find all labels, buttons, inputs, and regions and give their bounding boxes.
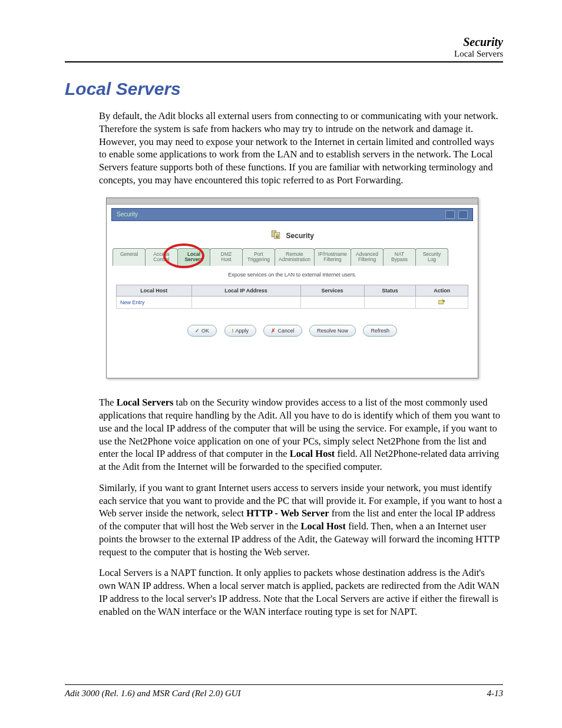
panel-titlebar: Security xyxy=(111,208,473,221)
apply-button-label: Apply xyxy=(236,328,249,334)
svg-rect-2 xyxy=(276,236,279,238)
bold-text: HTTP - Web Server xyxy=(246,508,329,519)
col-local-ip-address: Local IP Address xyxy=(191,285,300,297)
col-local-host: Local Host xyxy=(117,285,192,297)
paragraph-2: The Local Servers tab on the Security wi… xyxy=(99,396,503,473)
resolve-now-button[interactable]: Resolve Now xyxy=(309,325,356,337)
button-row: ✓OK !Apply ✗Cancel Resolve Now Refresh xyxy=(107,309,478,378)
page-heading-row: Security xyxy=(107,221,478,248)
refresh-button-label: Refresh xyxy=(371,328,389,334)
tab-access-control[interactable]: Access Control xyxy=(145,248,178,266)
apply-button[interactable]: !Apply xyxy=(224,325,257,337)
footer-left: Adit 3000 (Rel. 1.6) and MSR Card (Rel 2… xyxy=(65,689,241,699)
tab-bar: GeneralAccess ControlLocal ServersDMZ Ho… xyxy=(113,248,472,266)
tab-general[interactable]: General xyxy=(113,248,146,266)
cell-local-ip xyxy=(191,297,300,309)
resolve-now-button-label: Resolve Now xyxy=(317,328,348,334)
text: The xyxy=(99,397,117,408)
new-entry-link[interactable]: New Entry xyxy=(117,297,192,309)
tab-nat-bypass[interactable]: NAT Bypass xyxy=(383,248,416,266)
col-services: Services xyxy=(300,285,364,297)
titlebar-icon-1[interactable] xyxy=(445,210,455,219)
bold-text: Local Servers xyxy=(117,397,174,408)
footer-right: 4-13 xyxy=(487,689,504,699)
document-page: Security Local Servers Local Servers By … xyxy=(0,0,562,728)
bold-text: Local Host xyxy=(290,448,335,459)
paragraph-3: Similarly, if you want to grant Internet… xyxy=(99,482,503,559)
titlebar-icon-2[interactable] xyxy=(458,210,468,219)
titlebar-icons xyxy=(445,210,468,219)
security-screenshot: Security Security GeneralAccess ControlL… xyxy=(106,197,478,379)
page-heading: Security xyxy=(286,232,314,240)
svg-rect-3 xyxy=(439,301,444,304)
bold-text: Local Host xyxy=(301,521,346,532)
paragraph-1: By default, the Adit blocks all external… xyxy=(99,110,503,187)
tab-security-log[interactable]: Security Log xyxy=(415,248,448,266)
panel-title: Security xyxy=(117,211,138,218)
table-row: New Entry xyxy=(117,297,468,309)
tab-remote-administration[interactable]: Remote Administration xyxy=(275,248,315,266)
section-title: Local Servers xyxy=(65,79,503,99)
ok-button[interactable]: ✓OK xyxy=(187,325,217,337)
paragraph-4: Local Servers is a NAPT function. It onl… xyxy=(99,566,503,618)
page-header: Security Local Servers xyxy=(65,35,503,62)
tab-subtitle: Expose services on the LAN to external I… xyxy=(107,272,478,278)
col-action: Action xyxy=(416,285,468,297)
cell-services xyxy=(300,297,364,309)
ok-button-label: OK xyxy=(201,328,209,334)
cell-status xyxy=(364,297,416,309)
security-icon xyxy=(270,229,281,242)
tab-local-servers[interactable]: Local Servers xyxy=(177,248,210,266)
header-title: Security xyxy=(65,35,503,49)
header-subtitle: Local Servers xyxy=(65,49,503,59)
col-status: Status xyxy=(364,285,416,297)
local-servers-table: Local HostLocal IP AddressServicesStatus… xyxy=(116,285,468,309)
edit-icon[interactable] xyxy=(438,300,445,306)
page-footer: Adit 3000 (Rel. 1.6) and MSR Card (Rel 2… xyxy=(65,684,503,699)
tab-ip-hostname-filtering[interactable]: IP/Hostname Filtering xyxy=(314,248,351,266)
table-header-row: Local HostLocal IP AddressServicesStatus… xyxy=(117,285,468,297)
tab-port-triggering[interactable]: Port Triggering xyxy=(242,248,275,266)
cell-action[interactable] xyxy=(416,297,468,309)
tab-dmz-host[interactable]: DMZ Host xyxy=(210,248,243,266)
cancel-button-label: Cancel xyxy=(277,328,294,334)
refresh-button[interactable]: Refresh xyxy=(363,325,397,337)
tab-advanced-filtering[interactable]: Advanced Filtering xyxy=(351,248,384,266)
cancel-button[interactable]: ✗Cancel xyxy=(263,325,302,337)
window-chrome xyxy=(107,198,478,205)
